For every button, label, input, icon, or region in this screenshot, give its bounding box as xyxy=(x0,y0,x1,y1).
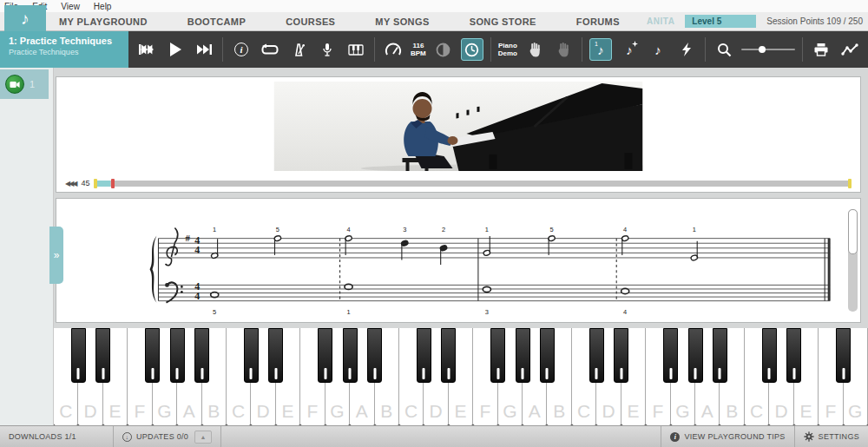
piano-key-C-sharp[interactable] xyxy=(244,328,259,383)
lightning-icon xyxy=(681,43,692,56)
updates-status[interactable]: ↓ UPDATES 0/0 ▲ xyxy=(114,426,220,447)
scrollbar-thumb[interactable] xyxy=(848,209,858,254)
piano-key-C-sharp[interactable] xyxy=(762,328,777,383)
piano-key-label: D xyxy=(769,401,792,422)
tempo-gauge-button[interactable] xyxy=(382,38,404,61)
content-column: ◀◀◀ 45 » #44441543215415134 xyxy=(54,68,868,425)
main-nav: MY PLAYGROUND BOOTCAMP COURSES MY SONGS … xyxy=(59,16,620,27)
piano-key-C-sharp[interactable] xyxy=(417,328,431,383)
nav-forums[interactable]: FORUMS xyxy=(576,16,620,27)
nav-my-playground[interactable]: MY PLAYGROUND xyxy=(59,16,148,27)
level-badge[interactable]: Level 5 xyxy=(685,15,756,28)
note-fingering-button[interactable]: 1 ♪ xyxy=(589,38,612,61)
loop-button[interactable] xyxy=(259,38,281,61)
piano-key-F-sharp[interactable] xyxy=(663,328,678,383)
skip-forward-button[interactable] xyxy=(193,38,215,61)
piano-key-D-sharp[interactable] xyxy=(614,328,628,383)
rewind-button[interactable]: ◀◀◀ xyxy=(65,180,76,187)
left-hand-button[interactable] xyxy=(552,38,575,61)
piano-key-label: E xyxy=(449,401,472,422)
keyboard-toggle-button[interactable] xyxy=(345,38,367,61)
metronome-button[interactable] xyxy=(287,38,310,61)
piano-key-G-sharp[interactable] xyxy=(170,328,185,383)
sidebar-section-tab[interactable]: 1 xyxy=(0,69,49,99)
menu-help[interactable]: Help xyxy=(94,2,112,11)
settings-statusbar-button[interactable]: SETTINGS xyxy=(795,426,868,447)
section-subtitle: Practice Techniques xyxy=(9,48,120,56)
loop-end-marker[interactable] xyxy=(848,179,852,188)
piano-key-D-sharp[interactable] xyxy=(268,328,283,383)
microphone-button[interactable] xyxy=(316,38,339,61)
piano-key-G-sharp[interactable] xyxy=(343,328,358,383)
username[interactable]: ANITA xyxy=(647,16,674,26)
piano-key-G-sharp[interactable] xyxy=(688,328,703,383)
bass-clef-icon xyxy=(165,282,183,302)
nav-courses[interactable]: COURSES xyxy=(286,16,335,27)
section-tab-number: 1 xyxy=(30,79,35,89)
piano-key-D-sharp[interactable] xyxy=(441,328,456,383)
nav-my-songs[interactable]: MY SONGS xyxy=(375,16,429,27)
progress-segment xyxy=(97,181,110,187)
tempo-clock-button[interactable] xyxy=(461,38,483,61)
view-tips-button[interactable]: i VIEW PLAYGROUND TIPS xyxy=(661,426,793,447)
right-hand-button[interactable] xyxy=(523,38,546,61)
note-plain-button[interactable]: ♪ xyxy=(647,38,669,61)
microphone-icon xyxy=(321,43,333,57)
print-button[interactable] xyxy=(810,38,832,61)
piano-key-F-sharp[interactable] xyxy=(836,328,851,383)
piano-key-A-sharp[interactable] xyxy=(194,328,209,383)
piano-key-label: E xyxy=(794,401,818,422)
piano-key-label: C xyxy=(399,401,423,422)
menu-view[interactable]: View xyxy=(61,2,80,11)
svg-text:4: 4 xyxy=(194,290,200,302)
piano-key-label: G xyxy=(671,401,694,422)
updates-expand-button[interactable]: ▲ xyxy=(194,431,212,444)
notation-scrollbar[interactable] xyxy=(848,209,858,312)
info-button[interactable]: i xyxy=(230,38,253,61)
zoom-button[interactable] xyxy=(713,38,735,61)
section-header[interactable]: 1: Practice Techniques Practice Techniqu… xyxy=(0,31,128,68)
piano-key-A-sharp[interactable] xyxy=(367,328,382,383)
piano-key-D-sharp[interactable] xyxy=(786,328,801,383)
fingering-number: 1 xyxy=(595,41,598,47)
left-hand-icon xyxy=(557,43,570,57)
skip-back-button[interactable] xyxy=(135,38,158,61)
piano-key-label: C xyxy=(745,401,768,422)
piano-key-A-sharp[interactable] xyxy=(713,328,727,383)
piano-key-C-sharp[interactable] xyxy=(71,328,86,383)
note-sparkle-button[interactable]: ♪ xyxy=(618,38,641,61)
piano-key-label: D xyxy=(251,401,274,422)
notation-side-tab[interactable]: » xyxy=(49,227,63,284)
nav-song-store[interactable]: SONG STORE xyxy=(470,16,536,27)
nav-bootcamp[interactable]: BOOTCAMP xyxy=(187,16,246,27)
progress-button[interactable] xyxy=(838,38,861,61)
piano-key-label: F xyxy=(819,401,842,422)
app-window: File Edit View Help ♪ MY PLAYGROUND BOOT… xyxy=(0,0,868,447)
lesson-video[interactable] xyxy=(274,82,643,171)
playhead-marker[interactable] xyxy=(111,179,115,188)
piano-key-G-sharp[interactable] xyxy=(516,328,530,383)
downloads-status[interactable]: DOWNLOADS 1/1 xyxy=(0,426,113,447)
lightning-button[interactable] xyxy=(675,38,698,61)
hands-group: Piano Demo xyxy=(490,37,582,62)
tempo-half-button[interactable] xyxy=(432,38,455,61)
piano-key-F-sharp[interactable] xyxy=(490,328,505,383)
video-camera-icon xyxy=(5,75,24,94)
settings-label: SETTINGS xyxy=(819,432,859,441)
zoom-slider[interactable] xyxy=(741,43,795,56)
loop-icon xyxy=(261,43,279,56)
piano-key-D-sharp[interactable] xyxy=(95,328,110,383)
right-hand-icon xyxy=(529,43,542,57)
piano-key-A-sharp[interactable] xyxy=(540,328,555,383)
app-logo[interactable]: ♪ xyxy=(4,5,46,31)
play-button[interactable] xyxy=(164,38,187,61)
piano-key-label: E xyxy=(276,401,299,422)
piano-key-label: D xyxy=(596,401,620,422)
slider-knob[interactable] xyxy=(759,46,766,53)
progress-chart-icon xyxy=(841,43,858,56)
piano-key-label: B xyxy=(375,401,398,422)
piano-key-C-sharp[interactable] xyxy=(589,328,604,383)
piano-key-F-sharp[interactable] xyxy=(145,328,160,383)
scrubber-track[interactable] xyxy=(94,181,852,187)
piano-key-F-sharp[interactable] xyxy=(318,328,332,383)
